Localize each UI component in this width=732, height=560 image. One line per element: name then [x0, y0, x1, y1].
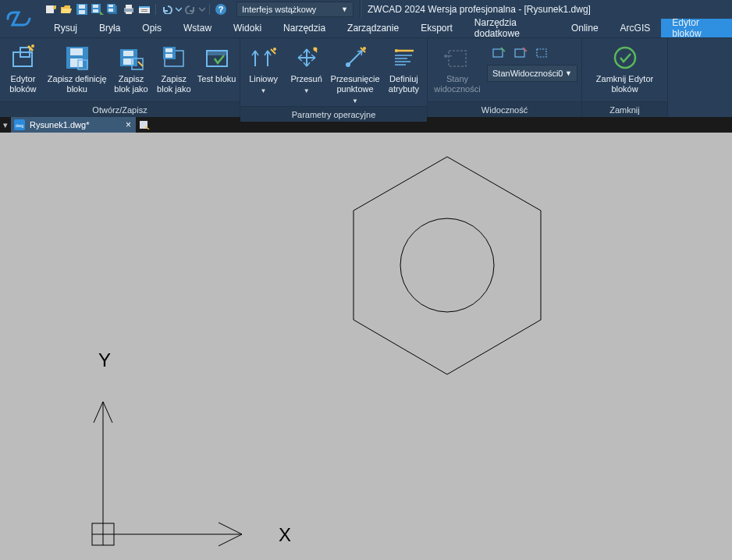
ribbon-panel-zamknij: Zamknij Edytor bloków Zamknij [582, 38, 668, 117]
button-label: Przesuń [290, 74, 322, 84]
button-label: Definiuj atrybuty [384, 74, 424, 94]
app-logo[interactable] [0, 0, 37, 37]
qat-redo-dropdown[interactable] [198, 2, 206, 16]
qat-saveall-icon[interactable] [105, 2, 121, 16]
qat-undo-dropdown[interactable] [175, 2, 183, 16]
visibility-tool-1[interactable] [490, 44, 507, 62]
svg-text:dwg: dwg [16, 123, 23, 128]
menu-arcgis[interactable]: ArcGIS [609, 19, 662, 37]
visibility-states-icon [444, 44, 471, 71]
button-label: Edytor bloków [3, 74, 43, 94]
visibility-tool-3[interactable] [534, 44, 551, 62]
menu-widoki[interactable]: Widoki [222, 19, 272, 37]
qat-plot-icon[interactable] [137, 2, 152, 16]
menu-eksport[interactable]: Eksport [410, 19, 464, 37]
panel-label: Zamknij [582, 101, 667, 117]
svg-rect-43 [449, 51, 466, 66]
svg-rect-10 [108, 5, 113, 7]
button-label: Liniowy [249, 74, 278, 84]
svg-rect-3 [79, 5, 85, 9]
qat-print-icon[interactable] [121, 2, 137, 16]
zapisz-blok-jako2-button[interactable]: Zapisz blok jako [154, 41, 194, 94]
close-editor-icon [612, 44, 638, 71]
point-offset-icon [342, 44, 368, 71]
chevron-down-icon: ▼ [261, 86, 267, 96]
qat-undo-icon[interactable] [159, 2, 175, 16]
svg-rect-4 [79, 10, 85, 14]
circle-shape[interactable] [400, 218, 494, 312]
hexagon-shape[interactable] [354, 157, 541, 374]
button-label: Przesunięcie punktowe [329, 74, 381, 94]
qat-help-icon[interactable]: ? [213, 2, 229, 16]
chevron-down-icon: ▼ [341, 5, 348, 13]
drawing-canvas[interactable]: X Y [0, 133, 732, 560]
titlebar-separator [360, 0, 361, 19]
save-block-as-icon-2 [161, 44, 187, 71]
qat-new-icon[interactable] [43, 2, 59, 16]
qat-save-icon[interactable] [74, 2, 90, 16]
svg-point-38 [273, 48, 276, 51]
button-label: Zamknij Edytor bloków [591, 74, 659, 94]
menu-edytor-blokow[interactable]: Edytor bloków [661, 19, 732, 37]
visibility-state-combo[interactable]: StanWidoczności0 ▼ [487, 65, 577, 82]
quick-access-toolbar: ? [43, 2, 229, 16]
menu-zarzadzanie[interactable]: Zarządzanie [336, 19, 410, 37]
title-bar: ? Interfejs wstążkowy ▼ ZWCAD 2024 Wersj… [0, 0, 732, 19]
edytor-blokow-button[interactable]: Edytor bloków [3, 41, 43, 94]
menu-bryla[interactable]: Bryła [88, 19, 131, 37]
new-tab-button[interactable] [136, 117, 153, 133]
liniowy-button[interactable]: Liniowy ▼ [243, 41, 283, 96]
visibility-combo-label: StanWidoczności0 [492, 69, 563, 78]
svg-rect-14 [126, 12, 132, 14]
y-axis-label: Y [98, 349, 111, 370]
menu-wstaw[interactable]: Wstaw [172, 19, 222, 37]
svg-rect-17 [141, 9, 147, 10]
tabs-dropdown[interactable]: ▾ [0, 117, 11, 133]
menu-narzedzia[interactable]: Narzędzia [272, 19, 336, 37]
svg-point-40 [346, 62, 350, 67]
svg-rect-48 [537, 49, 546, 57]
panel-label: Widoczność [428, 101, 581, 117]
svg-rect-11 [108, 9, 113, 12]
zapisz-definicje-button[interactable]: Zapisz definicję bloku [46, 41, 108, 94]
block-editor-icon [9, 44, 36, 71]
menu-opis[interactable]: Opis [131, 19, 172, 37]
svg-rect-35 [165, 54, 172, 58]
svg-point-23 [31, 44, 34, 48]
interface-combo-label: Interfejs wstążkowy [242, 5, 316, 14]
chevron-down-icon: ▼ [565, 69, 572, 77]
svg-text:?: ? [219, 5, 224, 14]
panel-label: Otwórz/Zapisz [0, 101, 240, 117]
svg-rect-13 [126, 5, 132, 9]
ribbon-panel-widocznosc: Stany widoczności StanWidoczności0 ▼ Wid… [428, 38, 582, 117]
button-label: Test bloku [197, 74, 236, 84]
svg-point-49 [615, 48, 635, 68]
document-tab-label: Rysunek1.dwg* [30, 120, 89, 129]
menu-narzedzia-dodatkowe[interactable]: Narzędzia dodatkowe [464, 19, 560, 37]
qat-redo-icon[interactable] [183, 2, 198, 16]
ucs-icon [92, 402, 242, 546]
visibility-tool-2[interactable] [512, 44, 529, 62]
zamknij-edytor-button[interactable]: Zamknij Edytor bloków [591, 41, 659, 94]
qat-open-icon[interactable] [59, 2, 74, 16]
panel-label: Parametry operacyjne [240, 106, 427, 122]
przesun-button[interactable]: Przesuń ▼ [286, 41, 326, 96]
qat-saveas-icon[interactable] [90, 2, 105, 16]
svg-rect-0 [46, 5, 54, 13]
interface-combo[interactable]: Interfejs wstążkowy ▼ [236, 2, 354, 17]
button-label: Zapisz blok jako [154, 74, 194, 94]
stany-widocznosci-button: Stany widoczności [431, 41, 484, 94]
menu-rysuj[interactable]: Rysuj [43, 19, 88, 37]
svg-rect-34 [165, 48, 172, 52]
definiuj-atrybuty-button[interactable]: Definiuj atrybuty [384, 41, 424, 94]
test-bloku-button[interactable]: Test bloku [197, 41, 236, 84]
document-tab-active[interactable]: dwg Rysunek1.dwg* × [11, 117, 136, 133]
close-tab-icon[interactable]: × [126, 119, 131, 130]
define-attributes-icon [390, 44, 417, 71]
zapisz-blok-jako-button[interactable]: Zapisz blok jako [112, 41, 151, 94]
przesuniecie-punktowe-button[interactable]: Przesunięcie punktowe ▼ [329, 41, 381, 106]
svg-point-1 [53, 6, 56, 9]
move-icon [293, 44, 320, 71]
svg-rect-16 [139, 6, 150, 8]
menu-online[interactable]: Online [560, 19, 609, 37]
